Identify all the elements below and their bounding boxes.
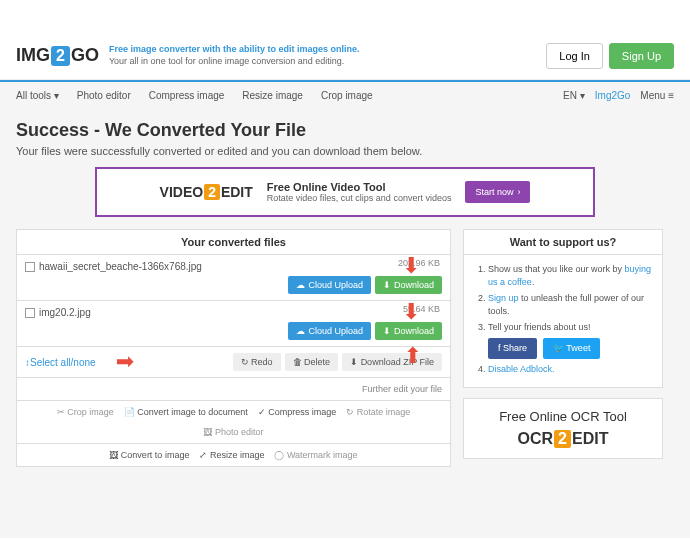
download-button[interactable]: ⬇Download bbox=[375, 276, 442, 294]
file-size: 59.64 KB bbox=[403, 304, 440, 314]
ocr-logo-pre: OCR bbox=[518, 430, 554, 448]
file-row: ⬇ hawaii_secret_beache-1366x768.jpg 202.… bbox=[16, 255, 451, 301]
site-logo[interactable]: IMG 2 GO bbox=[16, 45, 99, 66]
ad-title: Free Online Video Tool bbox=[267, 181, 452, 193]
tagline-main: Free image converter with the ability to… bbox=[109, 44, 360, 56]
ad-text: Free Online Video Tool Rotate video file… bbox=[267, 181, 452, 203]
chevron-right-icon: › bbox=[517, 187, 520, 197]
support-panel: Want to support us? Show us that you lik… bbox=[463, 229, 663, 467]
ad-logo-post: EDIT bbox=[221, 184, 253, 200]
nav-bar: All tools ▾ Photo editor Compress image … bbox=[0, 80, 690, 108]
tool-compress[interactable]: ✓ Compress image bbox=[258, 407, 337, 417]
support-item: Disable Adblock. bbox=[488, 363, 654, 376]
cloud-icon: ☁ bbox=[296, 280, 305, 290]
nav-right: EN ▾ Img2Go Menu ≡ bbox=[563, 90, 674, 101]
ad-logo-pre: VIDEO bbox=[160, 184, 204, 200]
page-subtitle: Your files were successfully converted o… bbox=[16, 145, 674, 157]
cloud-upload-button[interactable]: ☁Cloud Upload bbox=[288, 276, 371, 294]
file-checkbox[interactable] bbox=[25, 308, 35, 318]
cloud-upload-label: Cloud Upload bbox=[308, 280, 363, 290]
annotation-arrow-icon: ⬇ bbox=[113, 353, 139, 371]
redo-button[interactable]: ↻ Redo bbox=[233, 353, 281, 371]
ad-logo-num: 2 bbox=[204, 184, 220, 200]
file-row: ⬇ img20.2.jpg 59.64 KB ☁Cloud Upload ⬇Do… bbox=[16, 301, 451, 347]
download-zip-button[interactable]: ⬇ Download ZIP File bbox=[342, 353, 442, 371]
facebook-share-button[interactable]: f Share bbox=[488, 338, 537, 359]
ocr-title: Free Online OCR Tool bbox=[474, 409, 652, 424]
ocr-ad[interactable]: Free Online OCR Tool OCR 2 EDIT bbox=[463, 398, 663, 459]
cloud-upload-label: Cloud Upload bbox=[308, 326, 363, 336]
zip-label: Download ZIP File bbox=[361, 357, 434, 367]
tool-row: 🖼 Convert to image ⤢ Resize image ◯ Wate… bbox=[16, 444, 451, 467]
nav-brand-link[interactable]: Img2Go bbox=[595, 90, 631, 101]
tagline-sub: Your all in one tool for online image co… bbox=[109, 56, 360, 68]
download-label: Download bbox=[394, 280, 434, 290]
delete-button[interactable]: 🗑 Delete bbox=[285, 353, 339, 371]
ad-logo: VIDEO 2 EDIT bbox=[160, 184, 253, 200]
bulk-action-row: ⬇ ⬇ ↕ Select all/none ↻ Redo 🗑 Delete ⬇ … bbox=[16, 347, 451, 378]
tool-row: ✂ Crop image 📄 Convert image to document… bbox=[16, 401, 451, 444]
auth-buttons: Log In Sign Up bbox=[546, 43, 674, 69]
download-button[interactable]: ⬇Download bbox=[375, 322, 442, 340]
top-header: IMG 2 GO Free image converter with the a… bbox=[0, 32, 690, 80]
file-name: img20.2.jpg bbox=[39, 307, 91, 318]
lang-selector[interactable]: EN ▾ bbox=[563, 90, 585, 101]
nav-photo-editor[interactable]: Photo editor bbox=[77, 90, 131, 101]
tagline: Free image converter with the ability to… bbox=[109, 44, 360, 67]
converted-header: Your converted files bbox=[16, 229, 451, 255]
download-icon: ⬇ bbox=[383, 280, 391, 290]
support-body: Show us that you like our work by buying… bbox=[463, 255, 663, 388]
delete-label: Delete bbox=[304, 357, 330, 367]
support-item: Sign up to unleash the full power of our… bbox=[488, 292, 654, 317]
main-content: Success - We Converted Your File Your fi… bbox=[0, 108, 690, 538]
support-item: Show us that you like our work by buying… bbox=[488, 263, 654, 288]
menu-toggle[interactable]: Menu ≡ bbox=[640, 90, 674, 101]
tool-to-document[interactable]: 📄 Convert image to document bbox=[124, 407, 248, 417]
nav-crop[interactable]: Crop image bbox=[321, 90, 373, 101]
logo-text-post: GO bbox=[71, 45, 99, 66]
download-label: Download bbox=[394, 326, 434, 336]
ad-banner[interactable]: VIDEO 2 EDIT Free Online Video Tool Rota… bbox=[95, 167, 595, 217]
signup-button[interactable]: Sign Up bbox=[609, 43, 674, 69]
disable-adblock-link[interactable]: Disable Adblock. bbox=[488, 364, 555, 374]
tool-rotate[interactable]: ↻ Rotate image bbox=[346, 407, 410, 417]
further-edit-label: Further edit your file bbox=[16, 378, 451, 401]
tweet-button[interactable]: 🐦 Tweet bbox=[543, 338, 600, 359]
nav-all-tools[interactable]: All tools ▾ bbox=[16, 90, 59, 101]
support-header: Want to support us? bbox=[463, 229, 663, 255]
cloud-upload-button[interactable]: ☁Cloud Upload bbox=[288, 322, 371, 340]
tool-to-image[interactable]: 🖼 Convert to image bbox=[109, 450, 189, 460]
nav-resize[interactable]: Resize image bbox=[242, 90, 303, 101]
tool-photo-editor[interactable]: 🖼 Photo editor bbox=[203, 427, 263, 437]
ocr-logo: OCR 2 EDIT bbox=[474, 430, 652, 448]
file-name: hawaii_secret_beache-1366x768.jpg bbox=[39, 261, 202, 272]
ad-btn-label: Start now bbox=[475, 187, 513, 197]
ocr-logo-post: EDIT bbox=[572, 430, 608, 448]
signup-link[interactable]: Sign up bbox=[488, 293, 519, 303]
ad-start-button[interactable]: Start now › bbox=[465, 181, 530, 203]
select-all-link[interactable]: Select all/none bbox=[30, 357, 96, 368]
download-icon: ⬇ bbox=[383, 326, 391, 336]
converted-panel: Your converted files ⬇ hawaii_secret_bea… bbox=[16, 229, 451, 467]
tool-resize[interactable]: ⤢ Resize image bbox=[199, 450, 264, 460]
support-item: Tell your friends about us! f Share 🐦 Tw… bbox=[488, 321, 654, 358]
cloud-icon: ☁ bbox=[296, 326, 305, 336]
logo-text-pre: IMG bbox=[16, 45, 50, 66]
ad-sub: Rotate video files, cut clips and conver… bbox=[267, 193, 452, 203]
file-size: 202.96 KB bbox=[398, 258, 440, 268]
nav-compress[interactable]: Compress image bbox=[149, 90, 225, 101]
file-checkbox[interactable] bbox=[25, 262, 35, 272]
tool-watermark[interactable]: ◯ Watermark image bbox=[274, 450, 357, 460]
login-button[interactable]: Log In bbox=[546, 43, 603, 69]
ocr-logo-num: 2 bbox=[554, 430, 571, 448]
redo-label: Redo bbox=[251, 357, 273, 367]
logo-badge: 2 bbox=[51, 46, 70, 66]
tool-crop[interactable]: ✂ Crop image bbox=[57, 407, 114, 417]
page-title: Success - We Converted Your File bbox=[16, 120, 674, 141]
